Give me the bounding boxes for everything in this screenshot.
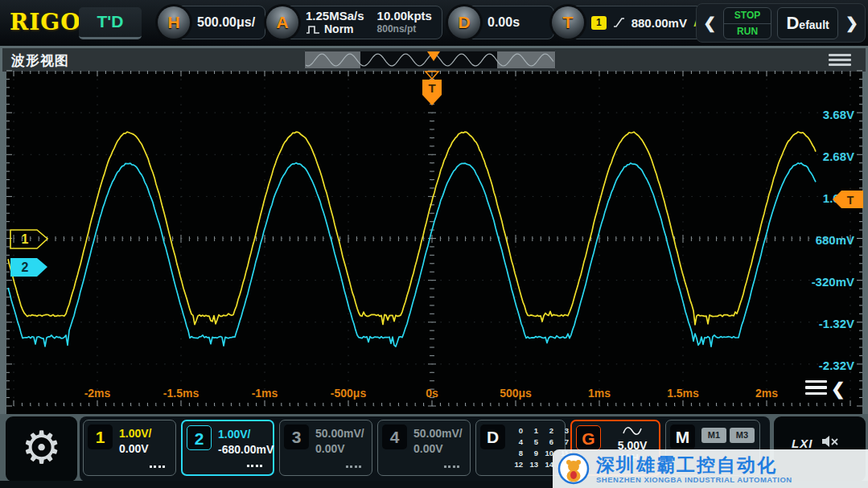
timebase-value: 500.00μs/ <box>197 15 255 30</box>
math3-button[interactable]: M3 <box>730 428 755 443</box>
lxi-label: LXI <box>792 437 812 450</box>
timebase-overview-strip[interactable] <box>304 51 556 69</box>
digital-badge: D <box>480 424 505 449</box>
digital-channel-number: 3 <box>565 425 569 436</box>
digital-channel-number: 0 <box>519 425 523 436</box>
channel4-scale: 50.00mV/ <box>413 426 463 441</box>
channel3-coupling-icon <box>346 465 361 468</box>
channel1-offset: 0.00V <box>119 441 151 457</box>
delay-knob[interactable]: D <box>448 6 480 39</box>
screen-bezel: 波形视图 <box>0 46 868 414</box>
digital-channel-number: 5 <box>534 437 538 447</box>
channel3-block[interactable]: 3 50.00mV/ 0.00V <box>279 420 372 476</box>
watermark-logo-icon <box>557 453 590 485</box>
default-rest: efault <box>799 18 829 31</box>
digital-channel-number: 8 <box>519 448 523 458</box>
delay-group: D 0.00s <box>448 6 554 39</box>
digital-channel-number: 12 <box>514 459 523 470</box>
channel4-coupling-icon <box>444 465 459 468</box>
acquisition-group: A 1.25MSa/s Norm 10.00kpts 800ns/pt <box>266 6 442 39</box>
settings-gear-button[interactable]: ⚙ <box>6 416 77 482</box>
waveform-view-header: 波形视图 <box>2 48 866 72</box>
menu-collapse-icon[interactable]: ❮ <box>805 379 845 399</box>
watermark: 深圳雄霸工控自动化 SHENZHEN XIONGBA INDUSTRIAL AU… <box>553 449 868 488</box>
channel3-scale: 50.00mV/ <box>315 426 364 441</box>
waveform-grid[interactable] <box>6 71 862 406</box>
digital-channel-number: 6 <box>549 437 553 447</box>
channel1-coupling-icon <box>150 465 165 468</box>
menu-icon[interactable] <box>829 54 851 68</box>
run-label: RUN <box>724 24 771 39</box>
acquisition-panel[interactable]: 1.25MSa/s Norm 10.00kpts 800ns/pt <box>284 6 442 39</box>
top-right-controls: ❮ STOP RUN Default ❯ <box>696 3 866 43</box>
watermark-line2: SHENZHEN XIONGBA INDUSTRIAL AUTOMATION <box>596 475 792 484</box>
sine-wave-icon <box>623 426 642 436</box>
chevron-right-icon[interactable]: ❯ <box>844 7 860 39</box>
memory-depth: 10.00kpts <box>377 9 432 23</box>
chevron-left-icon[interactable]: ❮ <box>701 7 718 39</box>
sample-resolution: 800ns/pt <box>377 23 432 36</box>
channel3-offset: 0.00V <box>315 441 364 457</box>
default-cap: D <box>786 13 799 33</box>
trigger-knob[interactable]: T <box>552 6 584 39</box>
pulse-icon <box>306 25 320 35</box>
acquire-mode: Norm <box>324 23 354 36</box>
trigger-status-button[interactable]: T'D <box>79 7 142 39</box>
channel3-badge: 3 <box>284 424 309 449</box>
trigger-group: T 1 880.00mV A <box>552 6 712 39</box>
acquire-knob[interactable]: A <box>266 6 298 39</box>
default-button[interactable]: Default <box>777 7 838 39</box>
waveform-view-title: 波形视图 <box>11 51 69 70</box>
digital-channel-number: 7 <box>565 437 569 447</box>
channel4-badge: 4 <box>382 424 407 449</box>
digital-channel-number: 4 <box>519 437 523 447</box>
channel2-scale: 1.00V/ <box>218 427 274 442</box>
stop-run-button[interactable]: STOP RUN <box>723 7 771 39</box>
math-badge: M <box>670 424 695 449</box>
channel2-badge: 2 <box>187 425 212 450</box>
digital-channel-number: 1 <box>534 425 538 436</box>
channel1-scale: 1.00V/ <box>119 426 151 441</box>
digital-channel-number: 13 <box>529 459 538 470</box>
channel1-block[interactable]: 1 1.00V/ 0.00V <box>83 420 176 476</box>
stop-label: STOP <box>724 8 771 24</box>
oscilloscope-screen: RIGOL T'D H 500.00μs/ A 1.25MSa/s Norm 1… <box>0 0 868 488</box>
delay-value: 0.00s <box>487 15 520 30</box>
trigger-source-badge: 1 <box>591 16 607 30</box>
channel2-offset: -680.00mV <box>218 442 274 457</box>
math1-button[interactable]: M1 <box>701 428 726 443</box>
horizontal-knob[interactable]: H <box>158 6 190 39</box>
channel4-offset: 0.00V <box>413 441 463 457</box>
trigger-level: 880.00mV <box>631 16 687 30</box>
channel2-coupling-icon <box>247 465 262 467</box>
horizontal-group: H 500.00μs/ <box>158 6 265 39</box>
digital-channel-number: 9 <box>534 448 538 458</box>
trigger-panel[interactable]: 1 880.00mV A <box>570 6 712 39</box>
top-status-bar: RIGOL T'D H 500.00μs/ A 1.25MSa/s Norm 1… <box>0 0 868 46</box>
channel4-block[interactable]: 4 50.00mV/ 0.00V <box>377 420 471 476</box>
gear-icon: ⚙ <box>21 422 61 473</box>
rising-edge-icon <box>613 16 625 29</box>
generator-badge: G <box>576 425 601 450</box>
sample-rate: 1.25MSa/s <box>306 9 364 23</box>
channel2-block[interactable]: 2 1.00V/ -680.00mV <box>181 420 274 476</box>
watermark-line1: 深圳雄霸工控自动化 <box>596 454 792 475</box>
speaker-muted-icon[interactable] <box>821 434 840 449</box>
digital-channel-number: 2 <box>549 425 553 436</box>
channel1-badge: 1 <box>88 424 113 449</box>
